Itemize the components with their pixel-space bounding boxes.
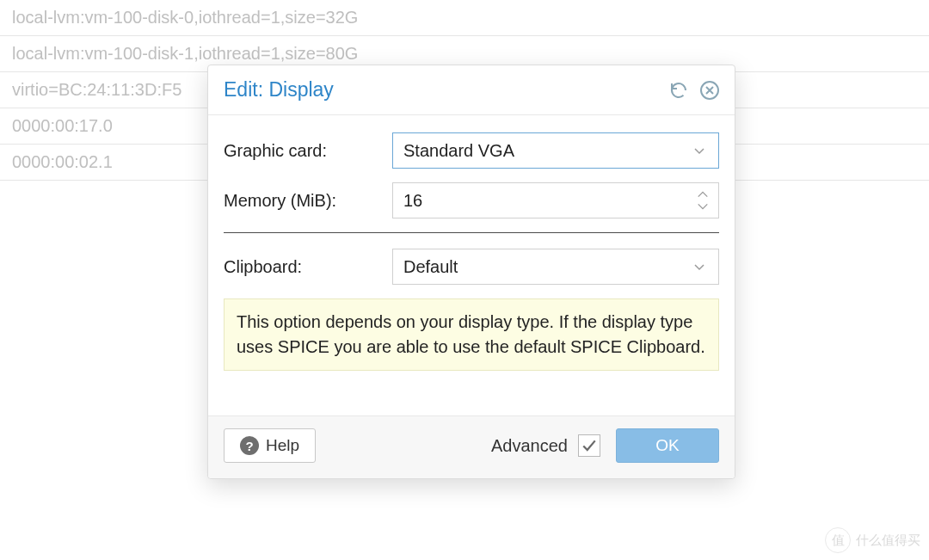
close-icon[interactable] (697, 77, 723, 103)
spinner-up-icon[interactable] (692, 188, 713, 200)
edit-display-dialog: Edit: Display Graphic card: Standard (207, 65, 735, 479)
dialog-footer: ? Help Advanced OK (208, 415, 735, 478)
memory-label: Memory (MiB): (224, 191, 392, 211)
watermark-text: 什么值得买 (856, 532, 920, 549)
ok-button[interactable]: OK (616, 428, 719, 463)
watermark-badge: 值 (825, 527, 851, 553)
memory-spinner[interactable]: 16 (392, 182, 719, 218)
help-button-label: Help (266, 436, 299, 455)
table-row: local-lvm:vm-100-disk-0,iothread=1,size=… (0, 0, 929, 36)
ok-button-label: OK (655, 436, 679, 455)
chevron-down-icon (687, 133, 711, 168)
advanced-label: Advanced (491, 436, 568, 456)
clipboard-select[interactable]: Default (392, 249, 719, 285)
dialog-header: Edit: Display (208, 65, 735, 115)
reset-icon[interactable] (666, 77, 692, 103)
watermark: 值 什么值得买 (825, 527, 920, 553)
chevron-down-icon (687, 249, 711, 284)
spinner-down-icon[interactable] (692, 200, 713, 212)
section-divider (224, 232, 719, 233)
clipboard-label: Clipboard: (224, 257, 392, 277)
clipboard-info-note: This option depends on your display type… (224, 298, 719, 371)
graphic-card-label: Graphic card: (224, 141, 392, 161)
dialog-title: Edit: Display (224, 78, 666, 102)
graphic-card-select[interactable]: Standard VGA (392, 132, 719, 169)
help-icon: ? (240, 436, 259, 455)
graphic-card-value: Standard VGA (403, 141, 514, 161)
help-button[interactable]: ? Help (224, 428, 316, 463)
advanced-checkbox[interactable] (578, 434, 600, 457)
clipboard-value: Default (403, 257, 458, 277)
dialog-body: Graphic card: Standard VGA Memory (MiB):… (208, 115, 735, 383)
memory-value: 16 (403, 191, 422, 211)
